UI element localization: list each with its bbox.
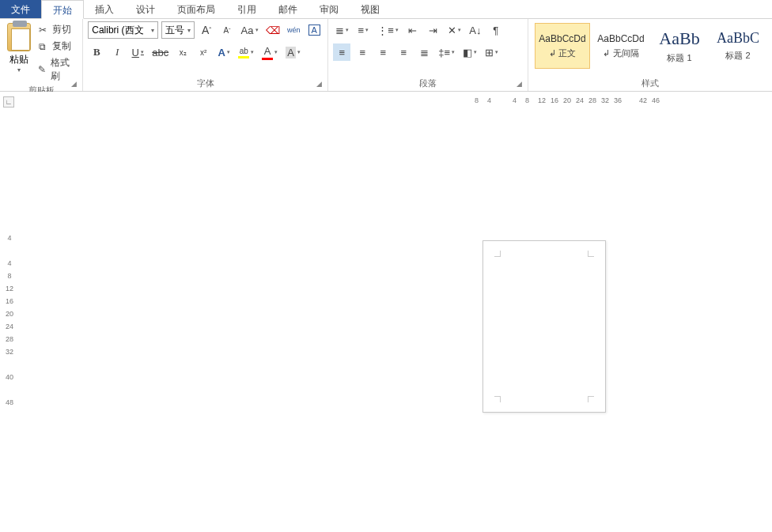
tab-selector[interactable]: ∟: [3, 96, 14, 108]
copy-icon: ⧉: [36, 40, 49, 53]
group-clipboard: 粘贴 ▾ ✂ 剪切 ⧉ 复制 ✎ 格式刷 剪贴板 ◢: [0, 19, 83, 91]
horizontal-ruler[interactable]: 8448121620242832364246: [475, 96, 661, 109]
outdent-icon: ⇤: [408, 25, 417, 36]
bullets-icon: ≣: [335, 25, 344, 36]
sort-button[interactable]: A↓: [467, 21, 484, 39]
canvas-background: [14, 313, 772, 477]
page[interactable]: [482, 240, 606, 413]
cut-button[interactable]: ✂ 剪切: [36, 23, 76, 36]
paste-icon: [7, 23, 31, 51]
increase-indent-button[interactable]: ⇥: [425, 21, 442, 39]
style-preview: AaBbC: [717, 30, 759, 47]
multilevel-list-button[interactable]: ⋮≡▾: [375, 21, 401, 39]
workspace: ∟ 8448121620242832364246 448121620242832…: [0, 92, 772, 532]
tab-view[interactable]: 视图: [350, 0, 391, 18]
sort-icon: A↓: [469, 25, 481, 36]
font-family-combo[interactable]: Calibri (西文▾: [88, 21, 157, 39]
align-left-button[interactable]: ≡: [333, 43, 350, 61]
borders-button[interactable]: ⊞▾: [482, 43, 501, 61]
group-label-paragraph: 段落: [333, 76, 523, 91]
superscript-button[interactable]: x²: [195, 43, 212, 61]
grow-font-button[interactable]: Aˆ: [198, 21, 215, 39]
group-styles: AaBbCcDd ↲ 正文 AaBbCcDd ↲ 无间隔 AaBb 标题 1 A…: [528, 19, 772, 91]
margin-mark-tr: [588, 251, 594, 257]
paragraph-dialog-launcher[interactable]: ◢: [517, 80, 526, 89]
style-preview: AaBbCcDd: [539, 33, 585, 44]
font-family-value: Calibri (西文: [92, 24, 143, 37]
paste-button[interactable]: 粘贴 ▾: [5, 21, 33, 83]
shading-button[interactable]: ◧▾: [460, 43, 479, 61]
clear-formatting-button[interactable]: ⌫: [263, 21, 282, 39]
margin-mark-tl: [494, 251, 501, 257]
justify-icon: ≡: [400, 47, 407, 58]
format-painter-button[interactable]: ✎ 格式刷: [36, 56, 76, 83]
margin-mark-br: [588, 396, 594, 402]
style-preview: AaBb: [659, 28, 699, 49]
margin-mark-bl: [494, 396, 501, 402]
style-normal[interactable]: AaBbCcDd ↲ 正文: [535, 23, 590, 69]
underline-button[interactable]: U▾: [129, 43, 146, 61]
style-heading-2[interactable]: AaBbC 标题 2: [710, 23, 766, 69]
font-color-button[interactable]: A▾: [259, 43, 280, 61]
group-label-font: 字体: [88, 76, 323, 91]
copy-label: 复制: [52, 40, 71, 53]
paste-dropdown-icon[interactable]: ▾: [17, 66, 21, 74]
character-border-button[interactable]: A: [305, 21, 323, 39]
clipboard-dialog-launcher[interactable]: ◢: [71, 80, 81, 89]
format-painter-label: 格式刷: [51, 56, 76, 83]
tab-design[interactable]: 设计: [125, 0, 166, 18]
align-center-icon: ≡: [359, 47, 365, 58]
line-spacing-icon: ‡≡: [438, 47, 450, 58]
vertical-ruler[interactable]: 4481216202428324048: [3, 234, 16, 408]
asian-layout-icon: ✕: [448, 25, 456, 36]
subscript-button[interactable]: x₂: [174, 43, 191, 61]
group-label-styles: 样式: [533, 76, 767, 91]
tab-file[interactable]: 文件: [0, 0, 41, 18]
style-name: ↲ 无间隔: [603, 47, 638, 59]
tab-review[interactable]: 审阅: [308, 0, 350, 18]
highlight-button[interactable]: ab▾: [236, 43, 256, 61]
distributed-button[interactable]: ≣: [415, 43, 433, 61]
strikethrough-button[interactable]: abc: [149, 43, 171, 61]
bullets-button[interactable]: ≣▾: [333, 21, 351, 39]
ribbon-tabs: 文件 开始 插入 设计 页面布局 引用 邮件 审阅 视图: [0, 0, 772, 19]
line-spacing-button[interactable]: ‡≡▾: [436, 43, 457, 61]
align-right-button[interactable]: ≡: [374, 43, 392, 61]
tab-references[interactable]: 引用: [226, 0, 267, 18]
tab-home[interactable]: 开始: [41, 0, 84, 19]
scissors-icon: ✂: [36, 24, 49, 36]
cut-label: 剪切: [52, 23, 71, 36]
borders-icon: ⊞: [485, 47, 494, 58]
justify-button[interactable]: ≡: [395, 43, 412, 61]
multilevel-icon: ⋮≡: [377, 25, 394, 36]
tab-mailings[interactable]: 邮件: [267, 0, 308, 18]
copy-button[interactable]: ⧉ 复制: [36, 40, 76, 53]
font-dialog-launcher[interactable]: ◢: [316, 80, 326, 89]
group-paragraph: ≣▾ ≡▾ ⋮≡▾ ⇤ ⇥ ✕▾ A↓ ¶ ≡ ≡ ≡ ≡ ≣ ‡≡▾ ◧▾: [328, 19, 528, 91]
font-size-combo[interactable]: 五号▾: [161, 21, 195, 39]
shrink-font-button[interactable]: Aˇ: [218, 21, 236, 39]
tab-page-layout[interactable]: 页面布局: [166, 0, 226, 18]
style-gallery: AaBbCcDd ↲ 正文 AaBbCcDd ↲ 无间隔 AaBb 标题 1 A…: [533, 21, 767, 76]
asian-layout-button[interactable]: ✕▾: [445, 21, 464, 39]
bold-button[interactable]: B: [88, 43, 105, 61]
pilcrow-icon: ¶: [493, 25, 498, 36]
style-no-spacing[interactable]: AaBbCcDd ↲ 无间隔: [593, 23, 649, 69]
style-preview: AaBbCcDd: [597, 33, 644, 44]
character-shading-button[interactable]: A▾: [283, 43, 303, 61]
bucket-icon: ◧: [463, 47, 472, 58]
style-heading-1[interactable]: AaBb 标题 1: [652, 23, 707, 69]
tab-insert[interactable]: 插入: [84, 0, 125, 18]
change-case-button[interactable]: Aa▾: [239, 21, 260, 39]
phonetic-guide-button[interactable]: wén: [285, 21, 302, 39]
text-effects-button[interactable]: A▾: [215, 43, 233, 61]
show-marks-button[interactable]: ¶: [487, 21, 505, 39]
italic-button[interactable]: I: [108, 43, 126, 61]
style-name: 标题 1: [667, 52, 691, 64]
align-left-icon: ≡: [339, 47, 345, 58]
decrease-indent-button[interactable]: ⇤: [404, 21, 422, 39]
numbering-icon: ≡: [358, 25, 364, 36]
align-center-button[interactable]: ≡: [354, 43, 371, 61]
numbering-button[interactable]: ≡▾: [354, 21, 372, 39]
style-name: 标题 2: [725, 50, 750, 62]
